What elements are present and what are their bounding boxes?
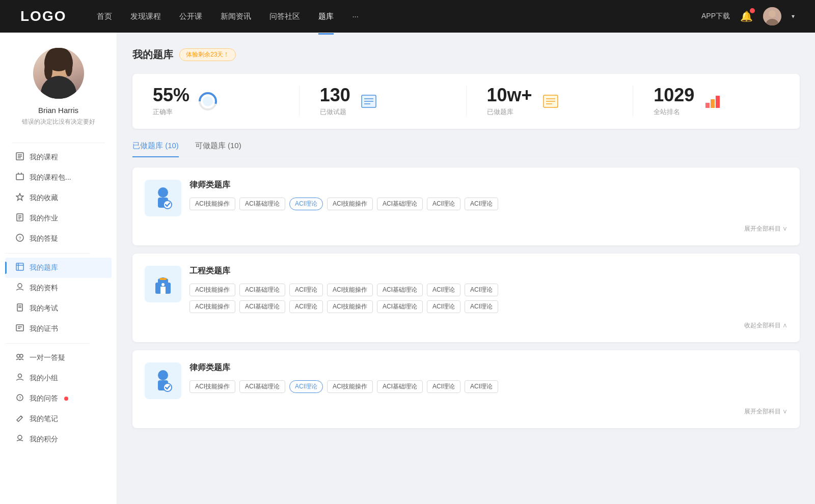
qbank-lawyer-tags: ACI技能操作 ACI基础理论 ACI理论 ACI技能操作 ACI基础理论 AC… xyxy=(189,198,787,210)
qbank-lawyer2-expand[interactable]: 展开全部科目 ∨ xyxy=(145,407,787,416)
eng-tag-r1-4[interactable]: ACI基础理论 xyxy=(377,284,423,296)
sidebar-item-my-courses[interactable]: 我的课程 xyxy=(5,147,112,167)
sidebar-item-group[interactable]: 我的小组 xyxy=(5,368,112,388)
lawyer2-tag-1[interactable]: ACI基础理论 xyxy=(239,380,285,393)
lawyer-tag-2[interactable]: ACI理论 xyxy=(289,198,323,210)
my-qa-label: 我的答疑 xyxy=(30,234,58,243)
homework-icon xyxy=(15,213,24,223)
lawyer-tag-5[interactable]: ACI理论 xyxy=(427,198,460,210)
lawyer-tag-4[interactable]: ACI基础理论 xyxy=(377,198,423,210)
sidebar-item-question[interactable]: ? 我的问答 xyxy=(5,388,112,409)
notification-bell[interactable]: 🔔 xyxy=(740,10,753,22)
homework-label: 我的作业 xyxy=(30,214,58,223)
tabs-row: 已做题库 (10) 可做题库 (10) xyxy=(132,141,800,157)
svg-point-1 xyxy=(769,10,776,17)
sidebar-item-my-qa[interactable]: ? 我的答疑 xyxy=(5,229,112,249)
svg-rect-61 xyxy=(160,287,166,294)
eng-tag-r1-0[interactable]: ACI技能操作 xyxy=(189,284,235,296)
qbank-card-lawyer-header: 律师类题库 ACI技能操作 ACI基础理论 ACI理论 ACI技能操作 ACI基… xyxy=(145,180,787,216)
sidebar-item-homework[interactable]: 我的作业 xyxy=(5,208,112,229)
eng-tag-r1-1[interactable]: ACI基础理论 xyxy=(239,284,285,296)
topnav-menu: 首页 发现课程 公开课 新闻资讯 问答社区 题库 ··· xyxy=(97,10,701,23)
stat-done-banks-text: 10w+ 已做题库 xyxy=(487,86,532,117)
lawyer2-tag-4[interactable]: ACI基础理论 xyxy=(377,380,423,393)
notification-badge xyxy=(750,8,755,13)
eng-tag-r2-4[interactable]: ACI基础理论 xyxy=(377,300,423,313)
eng-tag-r2-1[interactable]: ACI基础理论 xyxy=(239,300,285,313)
notes-label: 我的笔记 xyxy=(30,414,58,424)
nav-qbank[interactable]: 题库 xyxy=(318,10,334,23)
svg-rect-30 xyxy=(16,325,23,331)
nav-more[interactable]: ··· xyxy=(352,10,359,23)
eng-tag-r1-3[interactable]: ACI技能操作 xyxy=(327,284,373,296)
svg-rect-13 xyxy=(16,174,23,180)
nav-news[interactable]: 新闻资讯 xyxy=(221,10,251,23)
sidebar-username: Brian Harris xyxy=(38,106,78,115)
lawyer-tag-1[interactable]: ACI基础理论 xyxy=(239,198,285,210)
svg-point-35 xyxy=(18,374,22,378)
lawyer-icon xyxy=(150,185,176,211)
lawyer2-tag-2[interactable]: ACI理论 xyxy=(289,380,323,393)
sidebar-menu: 我的课程 我的课程包... 我的收藏 我的作业 xyxy=(0,147,117,450)
sidebar-item-one-on-one[interactable]: 一对一答疑 xyxy=(5,348,112,368)
nav-open[interactable]: 公开课 xyxy=(179,10,202,23)
svg-point-39 xyxy=(18,435,22,439)
stat-done-q-text: 130 已做试题 xyxy=(320,86,350,117)
lawyer2-tag-3[interactable]: ACI技能操作 xyxy=(327,380,373,393)
user-dropdown-arrow[interactable]: ▾ xyxy=(792,13,795,20)
sidebar-item-exam[interactable]: 我的考试 xyxy=(5,298,112,319)
eng-tag-r1-5[interactable]: ACI理论 xyxy=(427,284,460,296)
lawyer-tag-0[interactable]: ACI技能操作 xyxy=(189,198,235,210)
stat-accuracy: 55% 正确率 xyxy=(132,86,300,117)
qbank-card-engineer: 工程类题库 ACI技能操作 ACI基础理论 ACI理论 ACI技能操作 ACI基… xyxy=(132,254,800,342)
eng-tag-r2-5[interactable]: ACI理论 xyxy=(427,300,460,313)
tab-todo[interactable]: 可做题库 (10) xyxy=(195,141,241,157)
sidebar-item-profile[interactable]: 我的资料 xyxy=(5,278,112,298)
eng-tag-r1-2[interactable]: ACI理论 xyxy=(289,284,323,296)
sidebar-avatar xyxy=(33,48,84,99)
svg-rect-8 xyxy=(47,78,70,99)
nav-qa[interactable]: 问答社区 xyxy=(269,10,300,23)
qbank-engineer-expand[interactable]: 收起全部科目 ∧ xyxy=(145,321,787,330)
qbank-lawyer-expand[interactable]: 展开全部科目 ∨ xyxy=(145,225,787,233)
qbank-icon xyxy=(15,263,24,273)
nav-discover[interactable]: 发现课程 xyxy=(130,10,161,23)
sidebar-item-cert[interactable]: 我的证书 xyxy=(5,319,112,339)
qbank-card-engineer-header: 工程类题库 ACI技能操作 ACI基础理论 ACI理论 ACI技能操作 ACI基… xyxy=(145,266,787,313)
exam-icon xyxy=(15,303,24,314)
qbank-engineer-tags-row2: ACI技能操作 ACI基础理论 ACI理论 ACI技能操作 ACI基础理论 AC… xyxy=(189,300,787,313)
lawyer2-tag-6[interactable]: ACI理论 xyxy=(465,380,498,393)
sidebar-item-collect[interactable]: 我的收藏 xyxy=(5,188,112,208)
topnav: LOGO 首页 发现课程 公开课 新闻资讯 问答社区 题库 ··· APP下载 … xyxy=(0,0,815,33)
collect-icon xyxy=(15,193,24,203)
nav-home[interactable]: 首页 xyxy=(97,10,112,23)
app-download-link[interactable]: APP下载 xyxy=(701,12,730,21)
lawyer2-tag-5[interactable]: ACI理论 xyxy=(427,380,460,393)
sidebar-item-points[interactable]: 我的积分 xyxy=(5,429,112,450)
lawyer-tag-3[interactable]: ACI技能操作 xyxy=(327,198,373,210)
lawyer2-tag-0[interactable]: ACI技能操作 xyxy=(189,380,235,393)
qbank-lawyer2-title-wrap: 律师类题库 ACI技能操作 ACI基础理论 ACI理论 ACI技能操作 ACI基… xyxy=(189,362,787,393)
svg-point-34 xyxy=(20,354,23,357)
svg-point-7 xyxy=(65,60,72,76)
eng-tag-r1-6[interactable]: ACI理论 xyxy=(465,284,498,296)
svg-rect-23 xyxy=(16,263,23,270)
tab-done[interactable]: 已做题库 (10) xyxy=(132,141,179,157)
stat-rank-text: 1029 全站排名 xyxy=(654,86,694,117)
my-courses-label: 我的课程 xyxy=(30,153,58,162)
sidebar-item-qbank[interactable]: 我的题库 xyxy=(5,258,112,278)
eng-tag-r2-2[interactable]: ACI理论 xyxy=(289,300,323,313)
sidebar-motto: 错误的决定比没有决定要好 xyxy=(22,118,95,126)
lawyer-tag-6[interactable]: ACI理论 xyxy=(465,198,498,210)
points-label: 我的积分 xyxy=(30,435,58,444)
user-avatar[interactable] xyxy=(763,7,781,25)
page-title: 我的题库 xyxy=(132,48,173,62)
profile-icon xyxy=(15,283,24,293)
stat-done-banks-label: 已做题库 xyxy=(487,107,532,117)
sidebar-item-notes[interactable]: 我的笔记 xyxy=(5,409,112,429)
eng-tag-r2-6[interactable]: ACI理论 xyxy=(465,300,498,313)
stat-accuracy-text: 55% 正确率 xyxy=(153,86,189,117)
eng-tag-r2-3[interactable]: ACI技能操作 xyxy=(327,300,373,313)
eng-tag-r2-0[interactable]: ACI技能操作 xyxy=(189,300,235,313)
sidebar-item-course-pack[interactable]: 我的课程包... xyxy=(5,167,112,188)
